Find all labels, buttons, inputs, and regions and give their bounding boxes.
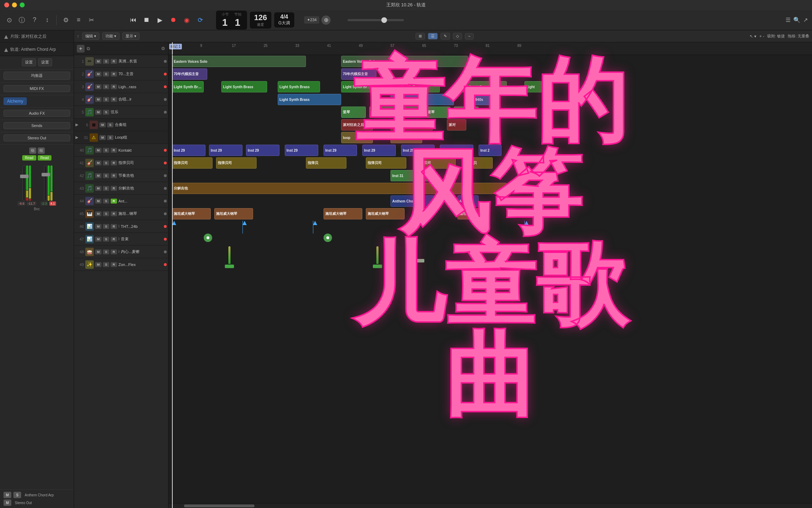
track-mute-44[interactable]: M	[95, 199, 102, 204]
clip-t1-2[interactable]: Eastern Voices Solo	[341, 56, 468, 67]
track-solo-48[interactable]: S	[103, 249, 109, 254]
track-mute-41[interactable]: M	[95, 161, 102, 165]
maximize-button[interactable]	[20, 2, 25, 7]
track-solo-43[interactable]: S	[103, 186, 109, 191]
track-solo-1[interactable]: S	[103, 59, 109, 64]
cursor-icon[interactable]: ↖ ▾	[750, 34, 756, 39]
track-solo-2[interactable]: S	[103, 72, 109, 77]
clip-t45-1[interactable]: 施坦威大钢琴	[172, 208, 211, 219]
read-btn[interactable]: Read	[22, 155, 36, 161]
share-icon[interactable]: ↗	[803, 17, 808, 23]
read-btn2[interactable]: Read	[38, 155, 52, 161]
clip-t5-5[interactable]: 竖琴	[454, 107, 479, 118]
group-arrow[interactable]: ▶	[75, 122, 78, 127]
sends-btn[interactable]: Sends	[4, 122, 70, 129]
track-mute-40[interactable]: M	[95, 148, 102, 153]
clip-t3-5[interactable]: Light Synth Brass	[390, 81, 440, 92]
track-solo-3[interactable]: S	[103, 84, 109, 89]
clip-t4-3[interactable]: 1940s	[472, 94, 500, 105]
clip-t31-1[interactable]: loop	[341, 132, 373, 143]
scrollbar-thumb[interactable]	[184, 504, 254, 507]
clip-t45-4[interactable]: 施坦威大钢琴	[366, 208, 405, 219]
track-solo-46[interactable]: S	[103, 224, 109, 229]
clip-t40-4[interactable]: Inst 29	[285, 145, 318, 156]
stereo-out-btn[interactable]: Stereo Out	[4, 134, 70, 141]
clip-t41-6[interactable]: 指弹贝	[465, 157, 493, 169]
clip-t40-8[interactable]: Inst 29	[440, 145, 473, 156]
clip-t40-6[interactable]: Inst 29	[362, 145, 396, 156]
clip-t5-1[interactable]: 竖琴	[341, 107, 366, 118]
track-mute-2[interactable]: M	[95, 72, 102, 77]
clip-t3-4[interactable]: Light Synth Bra...	[341, 81, 373, 92]
search-icon[interactable]: 🔍	[793, 17, 800, 23]
clip-t5-2[interactable]: 竖琴	[369, 107, 394, 118]
wave-btn[interactable]: ~	[465, 33, 473, 40]
track-solo-45[interactable]: S	[103, 211, 109, 216]
clip-t3-6[interactable]: Light Synth Brass	[457, 81, 507, 92]
track-solo-49[interactable]: S	[103, 262, 109, 267]
clip-t40-2[interactable]: Inst 29	[209, 145, 242, 156]
clip-t3-1[interactable]: Light Synth Bra...	[172, 81, 204, 92]
clip-t2-1[interactable]: 70年代模拟主音	[172, 68, 207, 80]
clip-t3-2[interactable]: Light Synth Brass	[221, 81, 267, 92]
clip-t40-9[interactable]: Inst 2	[479, 145, 502, 156]
clip-t40-3[interactable]: Inst 29	[246, 145, 279, 156]
track-rec-4[interactable]: R	[111, 97, 117, 102]
track-mute-43[interactable]: M	[95, 186, 102, 191]
track-rec-48[interactable]: R	[111, 249, 117, 254]
time-signature-display[interactable]: 4/4 G大调	[274, 12, 294, 28]
track-rec-45[interactable]: R	[111, 211, 117, 216]
horizontal-scrollbar[interactable]	[168, 503, 812, 508]
track-solo-41[interactable]: S	[103, 161, 109, 165]
zoom-in[interactable]: +	[759, 34, 762, 39]
track-mute-48[interactable]: M	[95, 249, 102, 254]
clip-t44-2[interactable]: Anthe	[457, 195, 479, 207]
smart-btn[interactable]: ✦234	[304, 16, 319, 24]
track-rec-42[interactable]: R	[111, 173, 117, 178]
tempo-display[interactable]: 126 速度	[250, 12, 271, 29]
clip-t1-1[interactable]: Eastern Voices Solo	[172, 56, 306, 67]
clip-t3-7[interactable]: Light	[524, 81, 542, 92]
clip-t4-2[interactable]: Light Synth Brass	[390, 94, 454, 105]
fader-track-left[interactable]	[23, 165, 25, 201]
list-icon[interactable]: ☰	[786, 17, 791, 23]
plugin-btn[interactable]: Alchemy	[4, 97, 27, 105]
settings-icon2[interactable]: ⚙	[161, 46, 165, 51]
stop-button[interactable]: ⏹	[141, 14, 153, 26]
collapse-icon2[interactable]: ▶	[3, 48, 8, 52]
tracks-clips[interactable]: Eastern Voices Solo Eastern Voices Solo …	[168, 55, 812, 508]
track-mute-31[interactable]: M	[99, 135, 106, 140]
clip-t41-5[interactable]: 指弹贝司	[415, 157, 456, 169]
clip-t44-1[interactable]: Anthem Chord Arp	[390, 195, 440, 207]
rewind-button[interactable]: ⏮	[127, 14, 139, 26]
master-volume[interactable]	[347, 19, 404, 21]
clip-t6-1[interactable]: 派对狂欢之后	[341, 119, 373, 131]
nav-up-icon[interactable]: ↑	[77, 34, 79, 39]
clip-t40-7[interactable]: Inst 29	[401, 145, 435, 156]
track-solo-47[interactable]: S	[103, 237, 109, 242]
track-rec-3[interactable]: R	[111, 84, 117, 89]
track-rec-40[interactable]: R	[111, 148, 117, 153]
swap-icon[interactable]: ↕	[42, 15, 52, 25]
settings-btn1[interactable]: 设置	[22, 58, 36, 66]
track-mute-4[interactable]: M	[95, 97, 102, 102]
function-btn[interactable]: 功能 ▾	[102, 32, 119, 40]
clip-t40-1[interactable]: Inst 29	[172, 145, 205, 156]
track-rec-46[interactable]: R	[111, 224, 117, 229]
midi-fx-btn[interactable]: MIDI FX	[4, 85, 70, 92]
clip-t3-3[interactable]: Light Synth Brass	[278, 81, 320, 92]
collapse-icon[interactable]: ▶	[3, 35, 8, 38]
grid-view-btn[interactable]: ⊞	[416, 33, 425, 40]
scissors-icon[interactable]: ✂	[86, 15, 96, 25]
track-rec-41[interactable]: R	[111, 161, 117, 165]
track-solo-42[interactable]: S	[103, 173, 109, 178]
clip-t41-2[interactable]: 指弹贝司	[216, 157, 257, 169]
track-mute-1[interactable]: M	[95, 59, 102, 64]
loop-button[interactable]: ⟳	[194, 14, 206, 26]
track-rec-1[interactable]: R	[111, 59, 117, 64]
info-icon[interactable]: ⓘ	[17, 15, 27, 25]
track-solo-4[interactable]: S	[103, 97, 109, 102]
solo-btn-main[interactable]: S	[13, 492, 21, 498]
clip-t42-1[interactable]: Inst 31	[390, 170, 433, 181]
clip-t41-1[interactable]: 指弹贝司	[172, 157, 213, 169]
